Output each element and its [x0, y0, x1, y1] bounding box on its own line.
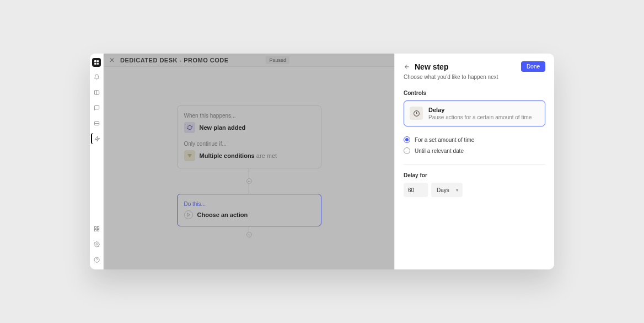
main-area: ✕ DEDICATED DESK - PROMO CODE Paused Whe…: [104, 54, 394, 269]
radio-label: Until a relevant date: [415, 148, 464, 154]
gear-icon[interactable]: [91, 239, 102, 250]
automation-icon[interactable]: [91, 133, 102, 144]
svg-rect-7: [94, 229, 96, 231]
delay-unit-value: Days: [437, 187, 449, 193]
svg-point-9: [96, 243, 98, 245]
back-arrow-icon[interactable]: [404, 63, 410, 70]
delay-value-input[interactable]: [404, 183, 428, 197]
modal-scrim[interactable]: [104, 54, 394, 269]
apps-icon[interactable]: [91, 223, 102, 234]
svg-rect-5: [94, 226, 96, 228]
app-window: ✕ DEDICATED DESK - PROMO CODE Paused Whe…: [90, 54, 554, 269]
clock-icon: [410, 107, 423, 120]
delay-desc: Pause actions for a certain amount of ti…: [428, 114, 532, 120]
side-panel: New step Done Choose what you'd like to …: [394, 54, 554, 269]
radio-circle-icon: [404, 147, 410, 154]
svg-rect-8: [97, 229, 99, 231]
delay-type-radio-group: For a set amount of time Until a relevan…: [404, 136, 545, 154]
delay-title: Delay: [428, 107, 532, 113]
panel-subtitle: Choose what you'd like to happen next: [404, 74, 545, 80]
svg-marker-4: [95, 136, 99, 141]
svg-rect-6: [97, 226, 99, 228]
radio-set-amount[interactable]: For a set amount of time: [404, 136, 545, 143]
radio-relevant-date[interactable]: Until a relevant date: [404, 147, 545, 154]
inbox-icon[interactable]: [91, 118, 102, 129]
delay-unit-select[interactable]: Days ▾: [431, 183, 463, 197]
delay-for-label: Delay for: [404, 172, 545, 178]
done-button[interactable]: Done: [521, 61, 545, 72]
radio-circle-icon: [404, 136, 410, 143]
left-rail: [90, 54, 104, 269]
divider: [404, 164, 545, 165]
help-icon[interactable]: [91, 254, 102, 265]
chevron-down-icon: ▾: [456, 188, 458, 193]
app-logo[interactable]: [92, 58, 101, 67]
controls-label: Controls: [404, 90, 545, 96]
panel-title: New step: [415, 62, 517, 71]
book-icon[interactable]: [91, 87, 102, 98]
radio-label: For a set amount of time: [415, 137, 474, 143]
bell-icon[interactable]: [91, 71, 102, 82]
delay-control-card[interactable]: Delay Pause actions for a certain amount…: [404, 100, 545, 126]
chat-icon[interactable]: [91, 102, 102, 113]
